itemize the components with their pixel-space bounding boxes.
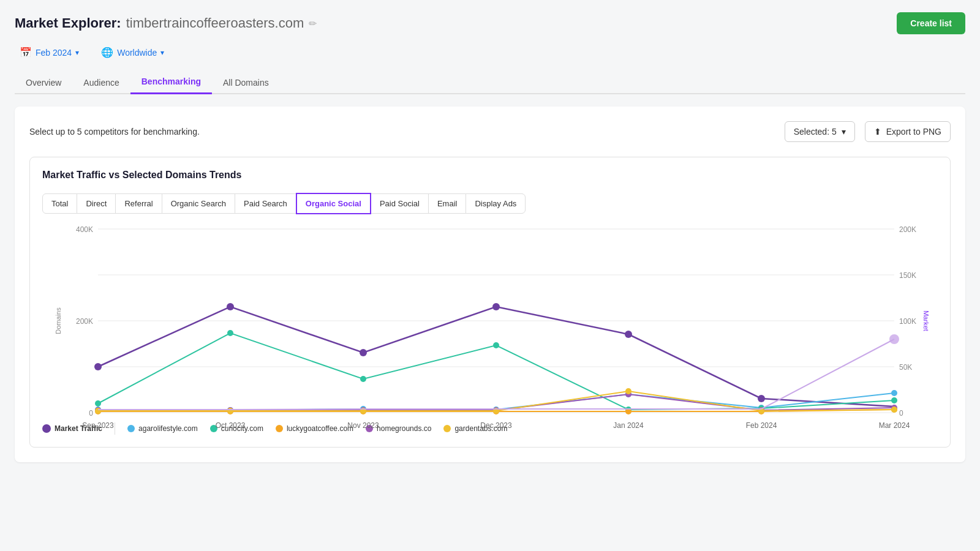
svg-point-35 [360, 376, 366, 382]
svg-text:100K: 100K [899, 317, 916, 326]
traffic-tab-organic-social[interactable]: Organic Social [296, 193, 371, 214]
legend-dot-gardentabs [443, 425, 451, 432]
app-title-bold: Market Explorer: [15, 15, 121, 31]
main-tabs-row: Overview Audience Benchmarking All Domai… [15, 70, 965, 94]
traffic-tab-referral[interactable]: Referral [115, 193, 162, 214]
y-axis-left-label: Domains [55, 307, 62, 334]
date-filter-label: Feb 2024 [36, 48, 72, 58]
export-button[interactable]: ⬆ Export to PNG [865, 121, 951, 142]
calendar-icon: 📅 [20, 47, 32, 58]
tab-audience[interactable]: Audience [72, 72, 130, 94]
svg-text:Jan 2024: Jan 2024 [613, 421, 644, 430]
svg-point-24 [625, 331, 632, 338]
svg-point-33 [95, 400, 101, 407]
svg-point-36 [493, 342, 499, 348]
svg-point-21 [227, 303, 234, 310]
chart-section: Market Traffic vs Selected Domains Trend… [29, 157, 951, 448]
svg-point-60 [891, 407, 897, 413]
region-chevron-icon: ▾ [160, 48, 164, 57]
svg-text:Feb 2024: Feb 2024 [746, 421, 777, 430]
svg-point-23 [492, 303, 500, 310]
svg-text:400K: 400K [76, 225, 93, 234]
y-axis-right-label: Market [922, 310, 930, 331]
globe-icon: 🌐 [101, 47, 113, 58]
region-filter-label: Worldwide [117, 48, 157, 58]
svg-text:Nov 2023: Nov 2023 [347, 421, 379, 430]
region-filter-button[interactable]: 🌐 Worldwide ▾ [96, 44, 169, 61]
selected-dropdown[interactable]: Selected: 5 ▾ [785, 121, 855, 142]
legend-luckygoat: luckygoatcoffee.com [276, 424, 353, 433]
traffic-tab-total[interactable]: Total [42, 193, 77, 214]
traffic-tab-organic-search[interactable]: Organic Search [162, 193, 235, 214]
svg-point-61 [889, 334, 899, 344]
svg-text:0: 0 [899, 409, 903, 418]
svg-point-54 [95, 408, 101, 414]
svg-point-39 [891, 397, 897, 403]
svg-point-34 [227, 330, 233, 336]
svg-text:Dec 2023: Dec 2023 [480, 421, 512, 430]
benchmarking-instruction: Select up to 5 competitors for benchmark… [29, 127, 200, 137]
svg-point-58 [625, 388, 631, 394]
svg-text:Mar 2024: Mar 2024 [879, 421, 910, 430]
svg-text:0: 0 [89, 409, 93, 418]
filters-row: 📅 Feb 2024 ▾ 🌐 Worldwide ▾ [15, 44, 965, 61]
page-wrapper: Market Explorer: timbertraincoffeeroaste… [0, 0, 980, 551]
content-area: Select up to 5 competitors for benchmark… [15, 107, 965, 462]
chart-wrapper: Domains Market 400K 200K 0 200K [42, 229, 938, 413]
export-icon: ⬆ [874, 127, 881, 137]
svg-point-55 [227, 408, 233, 414]
export-label: Export to PNG [886, 127, 941, 137]
edit-icon[interactable]: ✏ [309, 18, 317, 29]
traffic-tabs: Total Direct Referral Organic Search Pai… [42, 193, 938, 214]
controls-right: Selected: 5 ▾ ⬆ Export to PNG [785, 121, 951, 142]
legend-label-luckygoat: luckygoatcoffee.com [287, 424, 353, 433]
legend-label-homegrounds: homegrounds.co [377, 424, 431, 433]
traffic-tab-direct[interactable]: Direct [77, 193, 116, 214]
header-row: Market Explorer: timbertraincoffeeroaste… [15, 12, 965, 34]
traffic-tab-email[interactable]: Email [428, 193, 467, 214]
title-area: Market Explorer: timbertraincoffeeroaste… [15, 15, 317, 31]
svg-point-22 [360, 349, 367, 356]
legend-agarolifestyle: agarolifestyle.com [127, 424, 198, 433]
svg-text:150K: 150K [899, 271, 916, 280]
svg-text:Sep 2023: Sep 2023 [82, 421, 114, 430]
svg-text:200K: 200K [899, 225, 916, 234]
dropdown-chevron-icon: ▾ [842, 127, 846, 137]
traffic-tab-paid-social[interactable]: Paid Social [371, 193, 429, 214]
tab-benchmarking[interactable]: Benchmarking [130, 70, 212, 94]
svg-text:200K: 200K [76, 317, 93, 326]
legend-dot-market [42, 424, 51, 433]
tab-overview[interactable]: Overview [15, 72, 72, 94]
date-chevron-icon: ▾ [75, 48, 79, 57]
legend-dot-agaro [127, 425, 135, 432]
tab-all-domains[interactable]: All Domains [212, 72, 280, 94]
chart-canvas: 400K 200K 0 200K 150K 100K 50K 0 Sep 202… [73, 229, 919, 413]
chart-title: Market Traffic vs Selected Domains Trend… [42, 170, 938, 181]
traffic-tab-paid-search[interactable]: Paid Search [235, 193, 296, 214]
legend-label-agaro: agarolifestyle.com [138, 424, 198, 433]
svg-point-20 [94, 363, 102, 370]
date-filter-button[interactable]: 📅 Feb 2024 ▾ [15, 44, 84, 61]
create-list-button[interactable]: Create list [897, 12, 965, 34]
legend-divider [115, 422, 115, 435]
legend-dot-luckygoat [276, 425, 283, 432]
svg-point-32 [891, 390, 897, 396]
selected-label: Selected: 5 [794, 127, 837, 137]
svg-text:Oct 2023: Oct 2023 [216, 421, 246, 430]
traffic-tab-display-ads[interactable]: Display Ads [466, 193, 526, 214]
app-title-domain: timbertraincoffeeroasters.com [126, 15, 304, 31]
svg-text:50K: 50K [899, 363, 912, 372]
svg-point-25 [758, 395, 765, 402]
benchmarking-controls: Select up to 5 competitors for benchmark… [29, 121, 951, 142]
